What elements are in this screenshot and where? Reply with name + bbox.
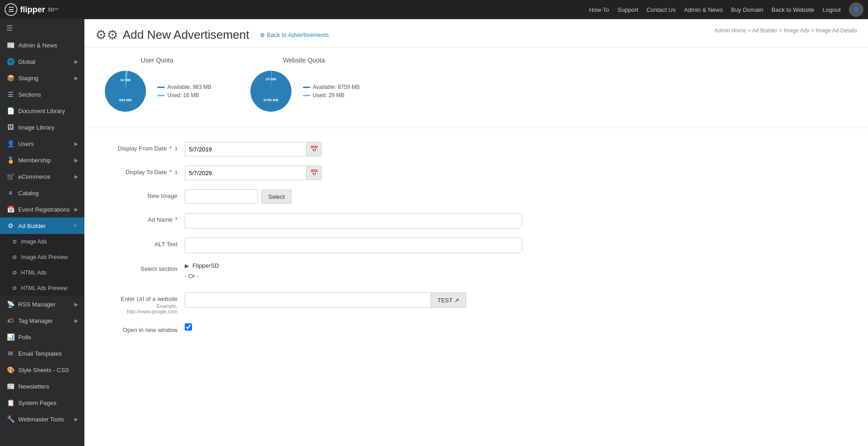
sidebar-subitem-html-ads-preview[interactable]: HTML Ads Preview bbox=[0, 280, 84, 296]
sidebar-item-users[interactable]: 👤 Users ▶ bbox=[0, 135, 84, 152]
alt-text-input[interactable] bbox=[185, 238, 522, 253]
section-arrow-icon: ▶ bbox=[185, 263, 189, 269]
main-content: ⚙⚙ Add New Advertisement Back to Adverti… bbox=[84, 19, 868, 446]
sidebar: ☰ 📰 Admin & News 🌐 Global ▶ 📦 Staging ▶ … bbox=[0, 19, 84, 446]
sidebar-item-ecommerce[interactable]: 🛒 eCommerce ▶ bbox=[0, 168, 84, 185]
nav-logout[interactable]: Logout bbox=[822, 6, 841, 13]
dot-icon bbox=[13, 286, 16, 290]
new-image-input[interactable] bbox=[185, 189, 258, 204]
sidebar-item-tag-manager[interactable]: 🏷 Tag Manager ▶ bbox=[0, 312, 84, 329]
hamburger-icon[interactable]: ☰ bbox=[0, 19, 84, 37]
sidebar-item-label: Tag Manager bbox=[18, 317, 53, 324]
display-to-input[interactable] bbox=[185, 166, 306, 180]
logo-sd: SD™ bbox=[48, 7, 59, 12]
url-sub-label: Example, http://www.google.com bbox=[112, 303, 177, 314]
top-nav: ☰ flipper SD™ How-To Support Contact Us … bbox=[0, 0, 868, 19]
nav-admin-news[interactable]: Admin & News bbox=[684, 6, 722, 13]
or-separator: - Or - bbox=[185, 273, 522, 280]
required-marker: * bbox=[175, 216, 177, 223]
sidebar-item-ad-builder[interactable]: ⚙ Ad Builder ▼ bbox=[0, 218, 84, 234]
sidebar-item-catalog[interactable]: ≡ Catalog bbox=[0, 185, 84, 201]
select-section-control: ▶ FlipperSD - Or - bbox=[185, 262, 522, 283]
dot-icon bbox=[13, 255, 16, 259]
website-quota-block: Website Quota 29 MB 8759 MB Avai bbox=[248, 57, 360, 114]
calendar-button[interactable]: 📅 bbox=[306, 166, 322, 180]
sidebar-item-membership[interactable]: 🏅 Membership ▶ bbox=[0, 152, 84, 168]
open-new-window-checkbox[interactable] bbox=[185, 323, 192, 331]
sidebar-item-email-templates[interactable]: ✉ Email Templates bbox=[0, 345, 84, 362]
sidebar-item-global[interactable]: 🌐 Global ▶ bbox=[0, 53, 84, 70]
nav-how-to[interactable]: How-To bbox=[589, 6, 609, 13]
test-button[interactable]: TEST ↗ bbox=[431, 292, 466, 308]
svg-text:29 MB: 29 MB bbox=[265, 77, 276, 81]
sidebar-item-admin-news[interactable]: 📰 Admin & News bbox=[0, 37, 84, 53]
newsletter-icon: 📰 bbox=[6, 383, 15, 390]
select-button[interactable]: Select bbox=[261, 189, 291, 204]
nav-buy-domain[interactable]: Buy Domain bbox=[731, 6, 764, 13]
sidebar-item-sections[interactable]: ☰ Sections bbox=[0, 86, 84, 103]
user-quota-content: 16 MB 983 MB Available: 983 MB Used: 16 … bbox=[103, 68, 212, 114]
url-control: TEST ↗ bbox=[185, 292, 522, 308]
user-quota-legend: Available: 983 MB Used: 16 MB bbox=[157, 84, 212, 99]
svg-text:8759 MB: 8759 MB bbox=[263, 98, 278, 102]
display-to-date-row: Display To Date * ℹ 📅 bbox=[112, 166, 841, 180]
sidebar-item-label: RSS Manager bbox=[18, 301, 56, 308]
nav-back-to-website[interactable]: Back to Website bbox=[772, 6, 815, 13]
display-to-label: Display To Date * ℹ bbox=[112, 166, 185, 176]
info-icon[interactable]: ℹ bbox=[175, 145, 177, 152]
sidebar-item-stylesheets[interactable]: 🎨 Style Sheets - CSS bbox=[0, 362, 84, 378]
sidebar-item-label: Membership bbox=[18, 157, 51, 164]
form-section: Display From Date * ℹ 📅 Display To Date … bbox=[84, 128, 868, 361]
sidebar-item-label: Image Library bbox=[18, 124, 54, 131]
sidebar-subitem-html-ads[interactable]: HTML Ads bbox=[0, 265, 84, 280]
sidebar-item-staging[interactable]: 📦 Staging ▶ bbox=[0, 70, 84, 86]
chevron-down-icon: ▼ bbox=[73, 223, 78, 228]
ad-name-input[interactable] bbox=[185, 213, 522, 228]
display-from-date-row: Display From Date * ℹ 📅 bbox=[112, 142, 841, 156]
url-input[interactable] bbox=[185, 292, 431, 308]
sidebar-item-newsletters[interactable]: 📰 Newsletters bbox=[0, 378, 84, 394]
sidebar-item-webmaster-tools[interactable]: 🔧 Webmaster Tools ▶ bbox=[0, 411, 84, 427]
sidebar-item-label: Event Registrations bbox=[18, 206, 70, 213]
sidebar-item-rss-manager[interactable]: 📡 RSS Manager ▶ bbox=[0, 296, 84, 312]
sidebar-subitem-image-ads-preview[interactable]: Image Ads Preview bbox=[0, 249, 84, 265]
display-from-input[interactable] bbox=[185, 142, 306, 156]
sidebar-item-document-library[interactable]: 📄 Document Library bbox=[0, 103, 84, 119]
sidebar-subitem-image-ads[interactable]: Image Ads bbox=[0, 234, 84, 249]
section-tree: ▶ FlipperSD bbox=[185, 262, 522, 269]
legend-used: Used: 29 MB bbox=[303, 92, 360, 99]
sidebar-item-polls[interactable]: 📊 Polls bbox=[0, 329, 84, 345]
dot-icon bbox=[13, 240, 16, 244]
nav-contact-us[interactable]: Contact Us bbox=[646, 6, 676, 13]
sidebar-item-label: Global bbox=[18, 58, 36, 65]
layout: ☰ 📰 Admin & News 🌐 Global ▶ 📦 Staging ▶ … bbox=[0, 19, 868, 446]
website-quota-pie: 29 MB 8759 MB bbox=[248, 68, 294, 114]
page-title: Add New Advertisement bbox=[123, 28, 249, 42]
sidebar-item-label: Email Templates bbox=[18, 350, 62, 357]
sidebar-item-label: System Pages bbox=[18, 399, 57, 406]
user-quota-block: User Quota 16 MB 983 MB bbox=[103, 57, 212, 114]
used-dash bbox=[303, 95, 310, 96]
sidebar-item-event-registrations[interactable]: 📅 Event Registrations ▶ bbox=[0, 201, 84, 218]
polls-icon: 📊 bbox=[6, 333, 15, 341]
calendar-button[interactable]: 📅 bbox=[306, 142, 322, 156]
nav-support[interactable]: Support bbox=[618, 6, 639, 13]
document-icon: 📄 bbox=[6, 107, 15, 114]
logo: ☰ flipper SD™ bbox=[5, 3, 59, 16]
gear-icons: ⚙⚙ bbox=[95, 27, 118, 42]
info-icon[interactable]: ℹ bbox=[175, 169, 177, 176]
sidebar-subitem-label: HTML Ads Preview bbox=[21, 285, 68, 291]
open-new-window-control bbox=[185, 323, 522, 331]
sidebar-item-label: Sections bbox=[18, 91, 41, 98]
sidebar-item-system-pages[interactable]: 📋 System Pages bbox=[0, 394, 84, 411]
sidebar-item-image-library[interactable]: 🖼 Image Library bbox=[0, 119, 84, 135]
image-icon: 🖼 bbox=[6, 124, 15, 131]
date-input-wrapper: 📅 bbox=[185, 166, 322, 180]
legend-used: Used: 16 MB bbox=[157, 92, 212, 99]
back-to-advertisements-link[interactable]: Back to Advertisements bbox=[260, 31, 328, 38]
alt-text-label: ALT Text bbox=[112, 238, 185, 248]
global-icon: 🌐 bbox=[6, 58, 15, 65]
top-nav-links: How-To Support Contact Us Admin & News B… bbox=[589, 2, 863, 17]
membership-icon: 🏅 bbox=[6, 156, 15, 164]
new-image-wrapper: Select bbox=[185, 189, 522, 204]
